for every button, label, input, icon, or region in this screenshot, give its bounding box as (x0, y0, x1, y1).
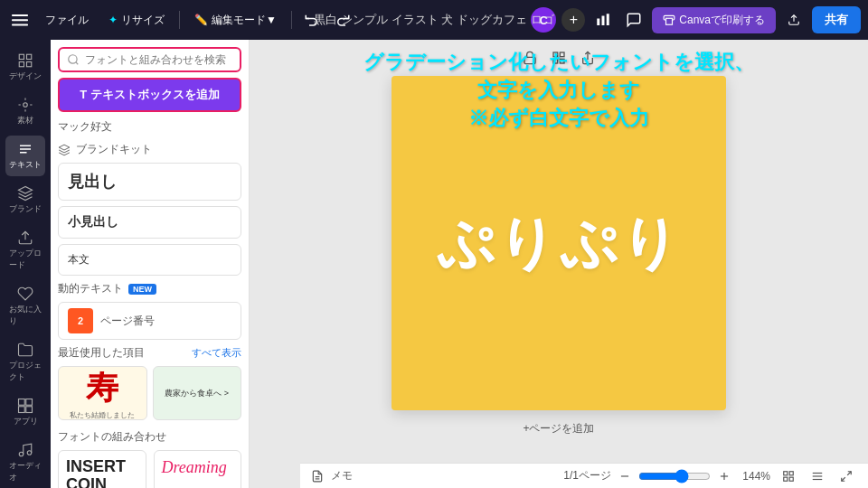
statusbar-right: 1/1ページ 144% (563, 465, 857, 487)
recent-items-container: 寿 私たち結婚しました 農家から食卓へ > (58, 366, 241, 420)
share-button[interactable]: 共有 (812, 6, 861, 33)
svg-rect-35 (789, 471, 793, 474)
page-number-item[interactable]: 2 ページ番号 (58, 302, 241, 340)
svg-rect-12 (27, 62, 32, 67)
font-search-box[interactable] (58, 47, 241, 72)
svg-rect-3 (598, 19, 600, 26)
longevity-kanji: 寿 (70, 366, 135, 410)
sidebar-item-favorites[interactable]: お気に入り (5, 280, 45, 333)
instruction-line3: ※必ず白文字で入力 (250, 105, 868, 133)
list-view-icon[interactable] (807, 465, 828, 487)
page-number-label: ページ番号 (100, 314, 155, 329)
zoom-minus-icon[interactable] (618, 470, 631, 483)
subheading-item[interactable]: 小見出し (58, 206, 241, 239)
sidebar-label-favorites: お気に入り (9, 304, 42, 327)
text-panel: T テキストボックスを追加 マック好文 ブランドキット 見出し 小見出し 本文 … (51, 40, 250, 488)
sidebar-label-design: デザイン (9, 70, 42, 82)
brand-kit-section[interactable]: ブランドキット (58, 142, 241, 157)
sidebar-item-design[interactable]: デザイン (5, 47, 45, 88)
longevity-caption: 私たち結婚しました (70, 410, 135, 420)
comment-icon[interactable] (621, 7, 646, 33)
recent-section-header: 最近使用した項目 すべて表示 (58, 345, 241, 361)
statusbar: メモ 1/1ページ 144% (300, 463, 868, 488)
svg-rect-11 (19, 62, 24, 67)
separator2 (291, 11, 292, 29)
topbar: ファイル ✦ リサイズ ✏️ 編集モード▼ 黒白 シンプル イラスト 犬 ドッグ… (0, 0, 868, 40)
sidebar-item-elements[interactable]: 素材 (5, 91, 45, 132)
maclug-item[interactable]: マック好文 (58, 117, 241, 136)
add-textbox-button[interactable]: T テキストボックスを追加 (58, 78, 241, 112)
menu-icon[interactable] (7, 7, 33, 33)
print-button[interactable]: Canvaで印刷する (652, 7, 776, 33)
memo-icon (311, 470, 324, 483)
svg-rect-18 (26, 407, 33, 413)
page-number-icon: 2 (68, 308, 93, 333)
sidebar-item-apps[interactable]: アプリ (5, 392, 45, 433)
insert-coin-text: INSERT COIN (66, 458, 138, 488)
svg-point-19 (19, 452, 24, 456)
svg-line-41 (847, 471, 851, 474)
resize-menu[interactable]: ✦ リサイズ (101, 9, 172, 32)
instruction-line2: 文字を入力します (250, 77, 868, 105)
svg-rect-15 (19, 399, 25, 406)
sidebar-label-project: プロジェクト (9, 360, 42, 383)
svg-point-13 (24, 103, 28, 108)
svg-point-21 (69, 55, 77, 63)
canvas-area: グラデーション化したいフォントを選択、 文字を入力します ※必ず白文字で入力 ぷ… (250, 40, 868, 488)
document-title: 黒白 シンプル イラスト 犬 ドッグカフェ ロゴ (314, 12, 553, 28)
font-search-input[interactable] (85, 53, 232, 66)
dynamic-text-label: 動的テキスト (58, 281, 123, 296)
recent-item-1[interactable]: 寿 私たち結婚しました (58, 366, 147, 420)
dreaming-text: Dreaming (162, 458, 234, 477)
svg-rect-1 (12, 19, 28, 21)
svg-rect-37 (789, 477, 793, 481)
edit-mode-menu[interactable]: ✏️ 編集モード▼ (187, 9, 284, 32)
heading-label: 見出し (68, 171, 231, 192)
svg-rect-17 (19, 407, 25, 413)
add-icon[interactable]: + (561, 8, 585, 32)
dynamic-text-row: 動的テキスト NEW (58, 281, 241, 296)
sidebar-item-audio[interactable]: オーディオ (5, 436, 45, 488)
svg-rect-34 (784, 471, 788, 474)
new-badge: NEW (128, 284, 156, 295)
font-combo-items: INSERT COIN Dreaming (58, 450, 241, 488)
topbar-right: C + Canvaで印刷する 共有 (531, 6, 861, 33)
zoom-slider[interactable] (638, 469, 711, 483)
svg-rect-5 (607, 14, 609, 25)
add-page-button[interactable]: +ページを追加 (512, 418, 605, 440)
sidebar-item-project[interactable]: プロジェクト (5, 336, 45, 389)
body-item[interactable]: 本文 (58, 244, 241, 276)
svg-rect-10 (27, 54, 32, 59)
grid-view-icon[interactable] (778, 465, 799, 487)
font-combo-insert-coin[interactable]: INSERT COIN (58, 450, 146, 488)
upload-icon[interactable] (781, 7, 807, 33)
zoom-plus-icon[interactable] (718, 470, 731, 483)
instruction-overlay: グラデーション化したいフォントを選択、 文字を入力します ※必ず白文字で入力 (250, 49, 868, 132)
sidebar-label-upload: アップロード (9, 248, 42, 271)
file-menu[interactable]: ファイル (38, 9, 96, 32)
sidebar-label-apps: アプリ (14, 416, 38, 427)
fullscreen-icon[interactable] (835, 465, 857, 487)
sidebar-item-upload[interactable]: アップロード (5, 224, 45, 277)
svg-line-22 (76, 62, 79, 65)
search-icon (67, 53, 80, 66)
main-layout: デザイン 素材 テキスト ブランド アップロード お気に入り プロジェクト ア (0, 40, 868, 488)
see-all-button[interactable]: すべて表示 (192, 346, 241, 360)
chart-icon[interactable] (590, 7, 616, 33)
sidebar-item-text[interactable]: テキスト (5, 136, 45, 176)
svg-point-20 (27, 451, 32, 455)
font-combo-dreaming[interactable]: Dreaming (154, 450, 242, 488)
sidebar-label-audio: オーディオ (9, 460, 42, 483)
body-label: 本文 (68, 253, 90, 266)
svg-line-42 (842, 477, 845, 481)
heading-item[interactable]: 見出し (58, 163, 241, 201)
svg-rect-0 (12, 14, 28, 16)
svg-rect-2 (12, 24, 28, 26)
page-info: 1/1ページ (563, 468, 611, 483)
font-combo-header: フォントの組み合わせ (58, 429, 241, 445)
sidebar-label-elements: 素材 (17, 115, 33, 127)
instruction-line1: グラデーション化したいフォントを選択、 (250, 49, 868, 77)
recent-item-2[interactable]: 農家から食卓へ > (153, 366, 242, 420)
svg-rect-4 (602, 16, 605, 26)
sidebar-item-brand[interactable]: ブランド (5, 180, 45, 221)
